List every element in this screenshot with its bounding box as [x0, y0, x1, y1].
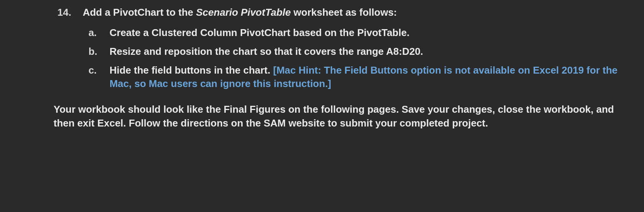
closing-paragraph: Your workbook should look like the Final…	[11, 103, 636, 130]
sub-marker: c.	[83, 64, 109, 90]
sub-item-b: b. Resize and reposition the chart so th…	[83, 45, 625, 58]
sub-text: Resize and reposition the chart so that …	[109, 45, 625, 58]
question-item-14: 14. Add a PivotChart to the Scenario Piv…	[11, 6, 636, 96]
question-intro-suffix: worksheet as follows:	[291, 7, 397, 18]
sub-text: Hide the field buttons in the chart. [Ma…	[109, 64, 625, 90]
sub-text: Create a Clustered Column PivotChart bas…	[109, 26, 625, 39]
sub-list: a. Create a Clustered Column PivotChart …	[83, 26, 625, 90]
sub-marker: a.	[83, 26, 109, 39]
question-content: Add a PivotChart to the Scenario PivotTa…	[83, 6, 636, 96]
sub-text-main: Hide the field buttons in the chart.	[109, 64, 273, 76]
question-intro-prefix: Add a PivotChart to the	[83, 7, 196, 18]
sub-item-c: c. Hide the field buttons in the chart. …	[83, 64, 625, 90]
sub-item-a: a. Create a Clustered Column PivotChart …	[83, 26, 625, 39]
sub-marker: b.	[83, 45, 109, 58]
question-number: 14.	[11, 6, 83, 96]
question-intro-italic: Scenario PivotTable	[196, 7, 291, 18]
